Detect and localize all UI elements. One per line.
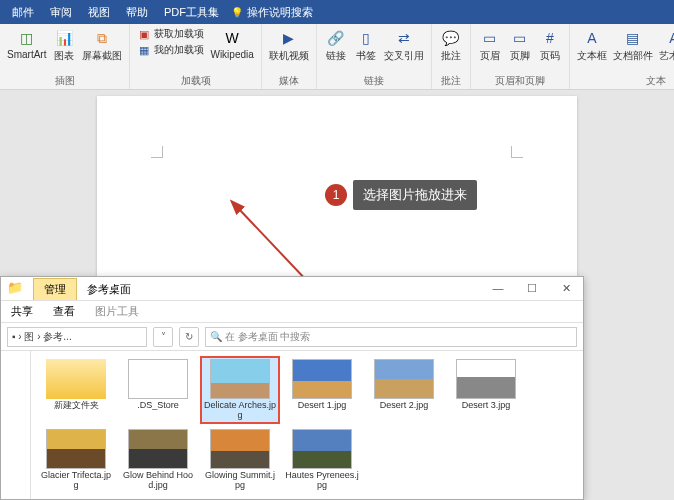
chart-label: 图表 [54,49,74,63]
addins-icon: ▦ [137,43,151,57]
bookmark-icon: ▯ [356,28,376,48]
tab-view[interactable]: 视图 [80,0,118,24]
callout-number: 1 [325,184,347,206]
margin-corner-tl [151,146,163,158]
comment-button[interactable]: 💬批注 [436,26,466,65]
group-media-label: 媒体 [266,73,312,89]
screenshot-icon: ⧉ [92,28,112,48]
group-text-label: 文本 [574,73,674,89]
link-button[interactable]: 🔗链接 [321,26,351,65]
explorer-title: 参考桌面 [87,282,131,300]
explorer-titlebar[interactable]: 📁 管理 参考桌面 — ☐ ✕ [1,277,583,301]
menu-picture-tools[interactable]: 图片工具 [85,304,149,319]
file-item[interactable]: Desert 3.jpg [447,357,525,423]
link-label: 链接 [326,49,346,63]
quickparts-label: 文档部件 [613,49,653,63]
search-placeholder: 在 参考桌面 中搜索 [225,330,311,344]
group-media: ▶联机视频 媒体 [262,24,317,89]
wordart-label: 艺术字 [659,49,674,63]
file-item[interactable]: Desert 2.jpg [365,357,443,423]
pagenum-label: 页码 [540,49,560,63]
callout-text: 选择图片拖放进来 [353,180,477,210]
file-item[interactable]: Hautes Pyrenees.jpg [283,427,361,493]
pagenum-icon: # [540,28,560,48]
file-item[interactable]: Glowing Summit.jpg [201,427,279,493]
group-headerfooter: ▭页眉 ▭页脚 #页码 页眉和页脚 [471,24,570,89]
crossref-icon: ⇄ [394,28,414,48]
group-addins-label: 加载项 [134,73,256,89]
file-name-label: Desert 2.jpg [380,401,429,411]
footer-label: 页脚 [510,49,530,63]
bookmark-button[interactable]: ▯书签 [351,26,381,65]
group-links-label: 链接 [321,73,427,89]
bookmark-label: 书签 [356,49,376,63]
menu-share[interactable]: 共享 [1,304,43,319]
explorer-file-grid[interactable]: 新建文件夹.DS_StoreDelicate Arches.jpgDesert … [31,351,583,499]
wordart-icon: A [664,28,674,48]
refresh-button[interactable]: ↻ [179,327,199,347]
chart-icon: 📊 [54,28,74,48]
header-label: 页眉 [480,49,500,63]
textbox-label: 文本框 [577,49,607,63]
group-illustrations-label: 插图 [4,73,125,89]
crossref-button[interactable]: ⇄交叉引用 [381,26,427,65]
video-label: 联机视频 [269,49,309,63]
image-thumbnail [374,359,434,399]
pagenum-button[interactable]: #页码 [535,26,565,65]
group-comments: 💬批注 批注 [432,24,471,89]
file-explorer-window: 📁 管理 参考桌面 — ☐ ✕ 共享 查看 图片工具 ▪ › 图 › 参考...… [0,276,584,500]
breadcrumb[interactable]: ▪ › 图 › 参考... [7,327,147,347]
file-item[interactable]: Glacier Trifecta.jpg [37,427,115,493]
tell-me-search[interactable]: 💡 操作说明搜索 [231,5,313,20]
wikipedia-label: Wikipedia [210,49,253,60]
screenshot-button[interactable]: ⧉屏幕截图 [79,26,125,65]
menu-view[interactable]: 查看 [43,304,85,319]
ribbon: ◫SmartArt 📊图表 ⧉屏幕截图 插图 ▣获取加载项 ▦我的加载项 WWi… [0,24,674,90]
screenshot-label: 屏幕截图 [82,49,122,63]
file-name-label: Glow Behind Hood.jpg [121,471,195,491]
file-item[interactable]: Delicate Arches.jpg [201,357,279,423]
wordart-button[interactable]: A艺术字 [656,26,674,65]
file-item[interactable]: Desert 1.jpg [283,357,361,423]
image-thumbnail [46,429,106,469]
file-name-label: Hautes Pyrenees.jpg [285,471,359,491]
tab-help[interactable]: 帮助 [118,0,156,24]
header-icon: ▭ [480,28,500,48]
footer-button[interactable]: ▭页脚 [505,26,535,65]
chart-button[interactable]: 📊图表 [49,26,79,65]
nav-up-button[interactable]: ˅ [153,327,173,347]
explorer-nav-pane[interactable] [1,351,31,499]
group-text: A文本框 ▤文档部件 A艺术字 A≡首字下沉 文本 [570,24,674,89]
file-icon [128,359,188,399]
explorer-context-tab[interactable]: 管理 [33,278,77,300]
online-video-button[interactable]: ▶联机视频 [266,26,312,65]
quickparts-button[interactable]: ▤文档部件 [610,26,656,65]
image-thumbnail [292,359,352,399]
comment-icon: 💬 [441,28,461,48]
file-name-label: 新建文件夹 [54,401,99,411]
maximize-button[interactable]: ☐ [515,277,549,299]
header-button[interactable]: ▭页眉 [475,26,505,65]
group-comments-label: 批注 [436,73,466,89]
close-button[interactable]: ✕ [549,277,583,299]
textbox-icon: A [582,28,602,48]
my-addins-button[interactable]: ▦我的加载项 [134,42,207,58]
smartart-icon: ◫ [17,28,37,48]
file-item[interactable]: .DS_Store [119,357,197,423]
explorer-search[interactable]: 🔍 在 参考桌面 中搜索 [205,327,577,347]
store-icon: ▣ [137,27,151,41]
tab-mail[interactable]: 邮件 [4,0,42,24]
tab-pdf[interactable]: PDF工具集 [156,0,227,24]
file-name-label: Desert 3.jpg [462,401,511,411]
minimize-button[interactable]: — [481,277,515,299]
smartart-button[interactable]: ◫SmartArt [4,26,49,62]
tell-me-label: 操作说明搜索 [247,5,313,20]
wikipedia-button[interactable]: WWikipedia [207,26,256,62]
search-icon: 🔍 [210,331,222,342]
tab-review[interactable]: 审阅 [42,0,80,24]
file-item[interactable]: 新建文件夹 [37,357,115,423]
get-addins-button[interactable]: ▣获取加载项 [134,26,207,42]
annotation-callout: 1 选择图片拖放进来 [325,180,477,210]
textbox-button[interactable]: A文本框 [574,26,610,65]
file-item[interactable]: Glow Behind Hood.jpg [119,427,197,493]
